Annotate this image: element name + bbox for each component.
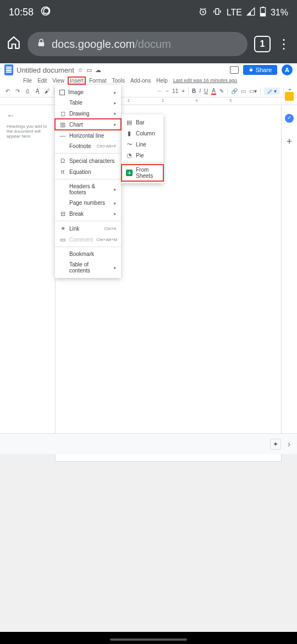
svg-rect-4	[260, 13, 265, 15]
submenu-arrow-icon: ▸	[114, 122, 117, 127]
mobile-status-bar: 10:58 LTE 31%	[0, 0, 297, 25]
font-size-inc[interactable]: +	[182, 88, 185, 94]
chart-item-divider	[122, 162, 163, 163]
underline-button[interactable]: U	[204, 88, 208, 94]
insert-item-divider	[55, 153, 121, 154]
submenu-arrow-icon: ▸	[114, 187, 117, 192]
insert-item-headers-footers[interactable]: Headers & footers▸	[55, 181, 121, 198]
comments-button[interactable]	[230, 66, 239, 74]
menu-format[interactable]: Format	[87, 77, 109, 85]
shortcut-label: Ctrl+K	[105, 226, 117, 231]
chart-item-bar[interactable]: ▤Bar	[122, 117, 163, 128]
text-color-button[interactable]: A	[211, 88, 216, 95]
android-nav-bar	[0, 632, 297, 644]
menu-view[interactable]: View	[50, 77, 67, 85]
nav-pill[interactable]	[110, 638, 187, 641]
status-time: 10:58	[9, 7, 34, 18]
insert-item-divider	[55, 247, 121, 247]
italic-button[interactable]: I	[199, 88, 201, 94]
font-size-dec[interactable]: −	[166, 88, 169, 94]
print-button[interactable]: ⎙	[24, 88, 31, 95]
account-avatar[interactable]: A	[282, 64, 293, 75]
insert-item-label: Image	[68, 89, 111, 95]
chart-item-column[interactable]: ▮Column	[122, 128, 163, 139]
undo-button[interactable]: ↶	[4, 88, 11, 95]
ruler: 1 2 3 4 5	[0, 97, 297, 105]
svg-rect-6	[38, 42, 45, 46]
insert-item-equation[interactable]: πEquation	[55, 166, 121, 177]
battery-icon	[260, 7, 266, 19]
add-addon-icon[interactable]: +	[287, 136, 293, 148]
insert-item-page-numbers[interactable]: Page numbers▸	[55, 198, 121, 208]
insert-item-special-characters[interactable]: ΩSpecial characters	[55, 155, 121, 166]
lock-icon	[36, 38, 46, 51]
bold-button[interactable]: B	[192, 88, 196, 94]
signal-icon	[246, 7, 255, 18]
insert-item-drawing[interactable]: ◻Drawing▸	[55, 108, 121, 119]
menu-tools[interactable]: Tools	[110, 77, 127, 85]
spellcheck-button[interactable]: Ą	[34, 88, 41, 95]
insert-item-divider	[55, 221, 121, 221]
insert-item-divider	[55, 179, 121, 179]
insert-item-chart[interactable]: ▥Chart▸	[55, 119, 121, 130]
url-bar[interactable]: docs.google.com/docum	[28, 32, 248, 56]
insert-item-image[interactable]: Image▸	[55, 87, 121, 97]
insert-item-bookmark[interactable]: Bookmark	[55, 249, 121, 259]
submenu-arrow-icon: ▸	[114, 200, 117, 206]
menu-edit[interactable]: Edit	[35, 77, 49, 85]
insert-item-link[interactable]: ⚭LinkCtrl+K	[55, 223, 121, 234]
document-title[interactable]: Untitled document	[16, 66, 74, 74]
home-icon[interactable]	[7, 35, 21, 53]
last-edit-link[interactable]: Last edit was 16 minutes ago	[173, 78, 238, 83]
chart-item-pie[interactable]: ◔Pie	[122, 150, 163, 161]
insert-link-button[interactable]: 🔗	[231, 88, 238, 94]
explore-button[interactable]: ✦	[270, 439, 281, 450]
chart-submenu-dropdown: ▤Bar▮Column〜Line◔PieFrom Sheets	[122, 114, 163, 183]
chart-item-from-sheets[interactable]: From Sheets	[122, 165, 163, 181]
share-label: Share	[256, 67, 272, 73]
menu-file[interactable]: File	[21, 77, 34, 85]
highlight-button[interactable]: ✎	[219, 88, 224, 94]
tasks-icon[interactable]: ✓	[285, 114, 294, 123]
paint-format-button[interactable]: 🖌	[44, 88, 51, 95]
chart-item-label: Column	[136, 130, 159, 137]
docs-footer: ✦ ›	[0, 433, 297, 454]
menubar: FileEditViewInsertFormatToolsAdd-onsHelp…	[0, 75, 297, 85]
keep-icon[interactable]	[285, 92, 294, 101]
insert-item-footnote[interactable]: FootnoteCtrl+Alt+F	[55, 141, 121, 151]
font-size-value[interactable]: 11	[172, 88, 178, 94]
browser-bar: docs.google.com/docum 1 ⋮	[0, 25, 297, 63]
menu-help[interactable]: Help	[154, 77, 170, 85]
star-icon[interactable]: ☆	[78, 67, 83, 74]
browser-menu-icon[interactable]: ⋮	[277, 36, 290, 52]
docs-logo-icon[interactable]	[4, 64, 13, 75]
insert-item-table-of-contents[interactable]: Table of contents▸	[55, 259, 121, 276]
editing-mode-button[interactable]: ▾	[264, 88, 280, 95]
share-button[interactable]: Share	[243, 65, 277, 75]
side-panel-rail: ✓ +	[282, 88, 297, 148]
outline-close-icon[interactable]: ←	[7, 111, 52, 121]
tab-count-button[interactable]: 1	[254, 36, 271, 52]
insert-item-table[interactable]: Table▸	[55, 97, 121, 108]
cloud-icon[interactable]: ☁	[95, 67, 101, 74]
network-label: LTE	[227, 8, 242, 18]
insert-item-break[interactable]: ⊟Break▸	[55, 208, 121, 219]
insert-item-label: Headers & footers	[69, 183, 111, 195]
insert-item-comment[interactable]: ▭CommentCtrl+Alt+M	[55, 234, 121, 245]
move-icon[interactable]: ▭	[86, 67, 92, 74]
insert-item-label: Link	[69, 226, 101, 232]
side-panel-toggle-icon[interactable]: ›	[288, 439, 290, 449]
svg-rect-5	[262, 7, 264, 8]
more-toolbar[interactable]: ⋯	[157, 88, 162, 94]
chart-item-line[interactable]: 〜Line	[122, 139, 163, 150]
svg-rect-2	[216, 8, 219, 14]
insert-image-button[interactable]: ▭▾	[249, 88, 257, 94]
menu-insert[interactable]: Insert	[68, 77, 86, 85]
insert-comment-button[interactable]: ▭	[241, 88, 246, 94]
redo-button[interactable]: ↷	[14, 88, 21, 95]
insert-item-label: Bookmark	[69, 251, 117, 257]
insert-item-horizontal-line[interactable]: —Horizontal line	[55, 130, 121, 141]
menu-add-ons[interactable]: Add-ons	[128, 77, 153, 85]
submenu-arrow-icon: ▸	[114, 111, 117, 116]
insert-menu-dropdown: Image▸Table▸◻Drawing▸▥Chart▸—Horizontal …	[55, 85, 121, 278]
